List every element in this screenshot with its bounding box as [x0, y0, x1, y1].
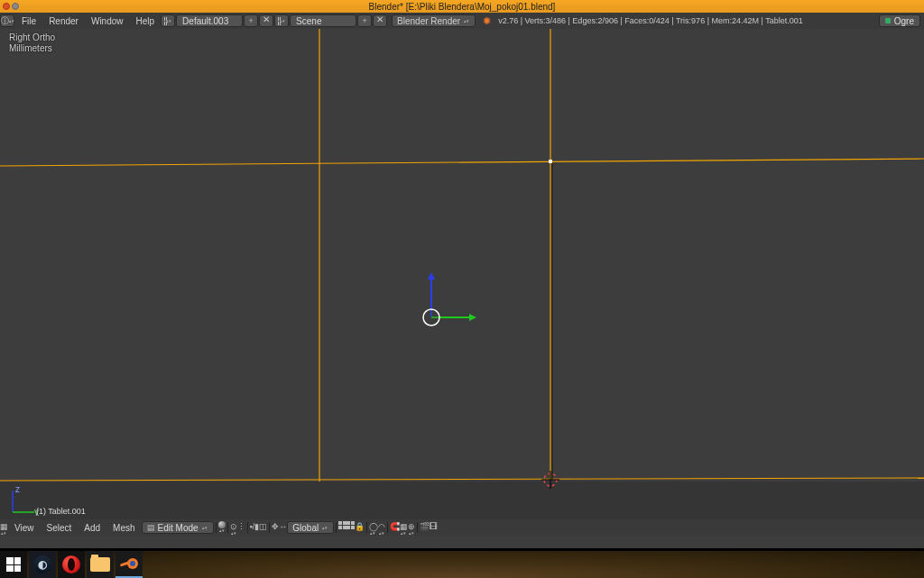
- menu-add[interactable]: Add: [78, 521, 106, 534]
- mesh-edge[interactable]: [0, 478, 924, 481]
- mode-label: Edit Mode: [158, 523, 199, 533]
- layout-remove-icon[interactable]: ✕: [259, 14, 273, 27]
- orientation-label: Global: [292, 523, 319, 533]
- blender-logo-icon: ✺: [483, 15, 491, 27]
- menu-window[interactable]: Window: [85, 14, 130, 28]
- edit-mode-icon: ▤: [147, 523, 155, 532]
- layout-add-icon[interactable]: +: [244, 14, 258, 27]
- opera-icon: [62, 555, 80, 573]
- mini-axis-icon: z y: [9, 485, 40, 516]
- svg-text:z: z: [15, 485, 20, 494]
- separator: [387, 522, 388, 533]
- snap-target-select[interactable]: ⊕▴▾: [408, 521, 415, 534]
- lock-camera-button[interactable]: 🔒: [355, 521, 365, 534]
- manipulator-toggle[interactable]: ✥: [272, 521, 279, 534]
- separator: [269, 522, 270, 533]
- ogre-exporter-button[interactable]: Ogre: [879, 14, 920, 27]
- separator: [366, 522, 367, 533]
- editor-type-3dview-icon[interactable]: ▦▴▾: [0, 521, 8, 534]
- info-header: ⓘ▴▾ File Render Window Help ▴▾ Default.0…: [0, 13, 924, 29]
- ogre-label: Ogre: [894, 16, 914, 26]
- 3dview-header: ▦▴▾ View Select Add Mesh ▤ Edit Mode ▴▾ …: [0, 519, 924, 536]
- active-object-label: (1) Tablet.001: [36, 507, 86, 516]
- render-engine-select[interactable]: Blender Render ▴▾: [392, 14, 476, 27]
- orientation-select[interactable]: Global ▴▾: [287, 521, 334, 534]
- taskbar-blender[interactable]: [116, 551, 143, 578]
- proportional-edit-select[interactable]: ◯▴▾: [369, 521, 378, 534]
- mode-select[interactable]: ▤ Edit Mode ▴▾: [142, 521, 214, 534]
- mesh-edge[interactable]: [0, 159, 924, 166]
- menu-mesh[interactable]: Mesh: [106, 521, 141, 534]
- taskbar-opera[interactable]: [58, 551, 85, 578]
- scene-browse-icon[interactable]: ▴▾: [274, 14, 289, 27]
- view-units-label: Millimeters: [9, 43, 55, 54]
- pivot-select[interactable]: ⊙▴▾: [230, 521, 237, 534]
- pivot-toggle[interactable]: ⋮: [237, 521, 245, 534]
- separator: [417, 522, 418, 533]
- opengl-render-button[interactable]: 🎬: [420, 521, 430, 534]
- editor-type-icon[interactable]: ⓘ▴▾: [0, 14, 14, 27]
- stats-text: v2.76 | Verts:3/486 | Edges:2/906 | Face…: [498, 16, 803, 25]
- scene-field[interactable]: Scene: [290, 14, 356, 27]
- windows-logo-icon: [6, 557, 21, 572]
- menu-help[interactable]: Help: [130, 14, 162, 28]
- manip-translate-button[interactable]: ↔: [279, 521, 287, 534]
- separator: [336, 522, 337, 533]
- menu-file[interactable]: File: [15, 14, 42, 28]
- 3d-viewport[interactable]: Right Ortho Millimeters: [0, 29, 924, 548]
- taskbar-explorer[interactable]: [87, 551, 114, 578]
- scene-add-icon[interactable]: +: [357, 14, 372, 27]
- menu-view[interactable]: View: [8, 521, 41, 534]
- steam-icon: ◐: [33, 555, 51, 573]
- start-button[interactable]: [0, 551, 27, 578]
- layers-button-2[interactable]: [346, 521, 355, 534]
- proportional-falloff-select[interactable]: ◠▴▾: [378, 521, 385, 534]
- viewport-canvas[interactable]: [0, 29, 924, 534]
- selected-vertex[interactable]: [549, 160, 552, 163]
- snap-toggle[interactable]: 🧲: [390, 521, 400, 534]
- taskbar-steam[interactable]: ◐: [29, 551, 56, 578]
- window-titlebar: Blender* [E:\Pliki Blendera\Moj_pokoj01.…: [0, 0, 924, 13]
- limit-selection-button[interactable]: ◫: [259, 521, 267, 534]
- transform-manipulator[interactable]: [423, 272, 476, 326]
- separator: [216, 522, 217, 533]
- menu-select[interactable]: Select: [41, 521, 79, 534]
- opengl-render-anim-button[interactable]: 🎞: [430, 521, 438, 534]
- ogre-led-icon: [885, 18, 891, 23]
- manipulator-center[interactable]: [424, 310, 439, 325]
- separator: [247, 522, 248, 533]
- layout-field[interactable]: Default.003: [176, 14, 243, 27]
- separator: [227, 522, 228, 533]
- blender-icon: [120, 555, 138, 573]
- scene-remove-icon[interactable]: ✕: [373, 14, 387, 27]
- view-orientation-label: Right Ortho: [9, 32, 55, 43]
- folder-icon: [90, 557, 110, 572]
- shading-select[interactable]: ▴▾: [218, 521, 226, 534]
- layout-browse-icon[interactable]: ▴▾: [161, 14, 175, 27]
- axis-y-arrow-icon[interactable]: [469, 314, 476, 321]
- axis-z-arrow-icon[interactable]: [428, 272, 435, 280]
- os-taskbar: ◐: [0, 551, 924, 578]
- menu-render[interactable]: Render: [42, 14, 85, 28]
- view-label: Right Ortho Millimeters: [9, 32, 55, 54]
- window-title: Blender* [E:\Pliki Blendera\Moj_pokoj01.…: [0, 2, 924, 12]
- layers-button[interactable]: [338, 521, 346, 534]
- snap-element-select[interactable]: ▦▴▾: [400, 521, 408, 534]
- render-engine-label: Blender Render: [397, 16, 460, 26]
